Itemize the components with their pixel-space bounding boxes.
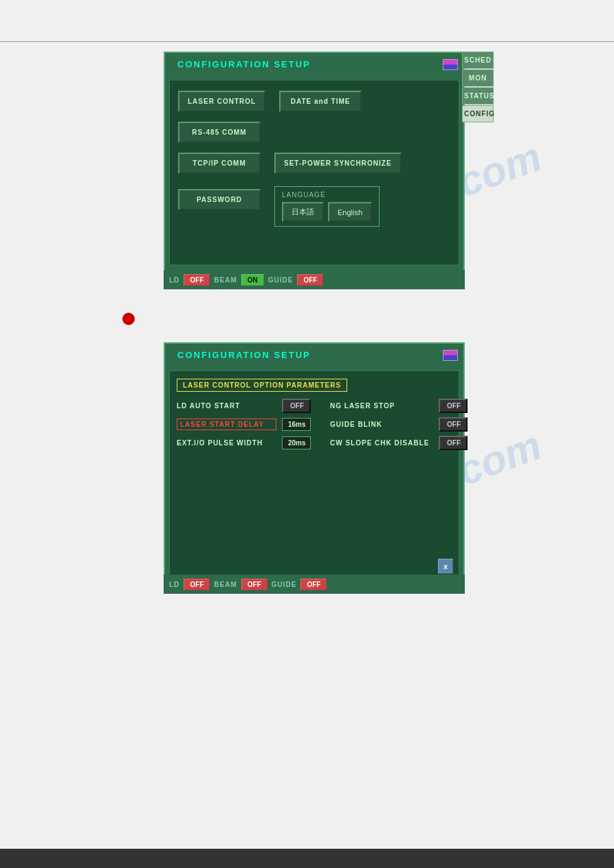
page-container: manualsbase.com manualsbase.com CONFIGUR…: [0, 0, 614, 868]
beam-label1: BEAM: [214, 276, 237, 284]
tcpip-button[interactable]: TCP/IP COMM: [178, 153, 261, 174]
panel1-icon: [443, 59, 458, 70]
beam-label2: BEAM: [214, 581, 237, 588]
tab-sched[interactable]: SCHED: [462, 52, 494, 69]
param-val-2[interactable]: 16ms: [282, 418, 311, 431]
language-box: LANGUAGE 日本語 English: [274, 186, 380, 227]
param-label-2: LASER START DELAY: [177, 419, 276, 430]
lang-buttons: 日本語 English: [282, 202, 372, 222]
panel2: CONFIGURATION SETUP LASER CONTROL OPTION…: [164, 342, 465, 583]
param-row-1: LD AUTO START OFF NG LASER STOP OFF: [177, 399, 452, 413]
panel1-title: CONFIGURATION SETUP: [171, 56, 318, 73]
panel2-titlebar: CONFIGURATION SETUP: [165, 344, 463, 366]
ld-off-btn2[interactable]: OFF: [184, 579, 210, 590]
password-button[interactable]: PASSWORD: [178, 189, 261, 210]
status-bar2: LD OFF BEAM OFF GUIDE OFF: [164, 575, 465, 594]
set-power-button[interactable]: SET-POWER SYNCHRONIZE: [274, 153, 402, 174]
param-label-1b: NG LASER STOP: [330, 402, 433, 410]
ld-off-btn1[interactable]: OFF: [184, 274, 210, 286]
guide-label1: GUIDE: [268, 276, 294, 284]
english-button[interactable]: English: [328, 202, 372, 222]
param-val-3b[interactable]: OFF: [439, 436, 468, 450]
tab-status[interactable]: STATUS: [462, 87, 494, 104]
param-label-3b: CW SLOPE CHK DISABLE: [330, 439, 433, 447]
guide-off-btn2[interactable]: OFF: [300, 579, 327, 590]
language-label: LANGUAGE: [282, 191, 326, 199]
param-label-2b: GUIDE BLINK: [330, 421, 433, 428]
top-rule: [0, 41, 614, 42]
date-time-button[interactable]: DATE and TIME: [279, 91, 362, 112]
param-row-3: EXT.I/O PULSE WIDTH 20ms CW SLOPE CHK DI…: [177, 436, 452, 450]
ld-label2: LD: [169, 581, 179, 588]
rs485-button[interactable]: RS-485 COMM: [178, 122, 261, 143]
btn-row-3: TCP/IP COMM SET-POWER SYNCHRONIZE: [178, 153, 450, 174]
param-val-1b[interactable]: OFF: [439, 399, 468, 413]
status-bar1: LD OFF BEAM ON GUIDE OFF: [164, 270, 465, 289]
bottom-bar: [0, 849, 614, 868]
param-val-3[interactable]: 20ms: [282, 436, 311, 449]
btn-row-2: RS-485 COMM: [178, 122, 450, 143]
btn-row-1: LASER CONTROL DATE and TIME: [178, 91, 450, 112]
param-label-3: EXT.I/O PULSE WIDTH: [177, 439, 276, 447]
tab-mon[interactable]: MON: [462, 69, 494, 87]
panel1: CONFIGURATION SETUP LASER CONTROL DATE a…: [164, 52, 465, 278]
param-row-2: LASER START DELAY 16ms GUIDE BLINK OFF: [177, 417, 452, 432]
laser-control-button[interactable]: LASER CONTROL: [178, 91, 265, 112]
param-val-2b[interactable]: OFF: [439, 417, 468, 432]
param-val-1[interactable]: OFF: [282, 399, 311, 413]
option-title: LASER CONTROL OPTION PARAMETERS: [177, 379, 347, 392]
guide-off-btn1[interactable]: OFF: [297, 274, 323, 286]
red-bullet: [122, 313, 135, 325]
tab-config[interactable]: CONFIG: [462, 105, 494, 122]
beam-off-btn2[interactable]: OFF: [241, 579, 267, 590]
beam-on-btn1[interactable]: ON: [241, 274, 264, 286]
ld-label1: LD: [169, 276, 179, 284]
panel2-title: CONFIGURATION SETUP: [171, 346, 318, 364]
panel1-inner: LASER CONTROL DATE and TIME RS-485 COMM …: [169, 80, 459, 265]
panel2-icon: [443, 350, 458, 361]
panel2-inner: LASER CONTROL OPTION PARAMETERS LD AUTO …: [169, 370, 459, 580]
panel1-titlebar: CONFIGURATION SETUP: [165, 53, 463, 76]
sidebar-tabs: SCHED MON STATUS CONFIG: [462, 52, 494, 122]
close-button[interactable]: x: [438, 559, 453, 574]
guide-label2: GUIDE: [272, 581, 297, 588]
japanese-button[interactable]: 日本語: [282, 202, 324, 222]
param-label-1: LD AUTO START: [177, 402, 276, 410]
